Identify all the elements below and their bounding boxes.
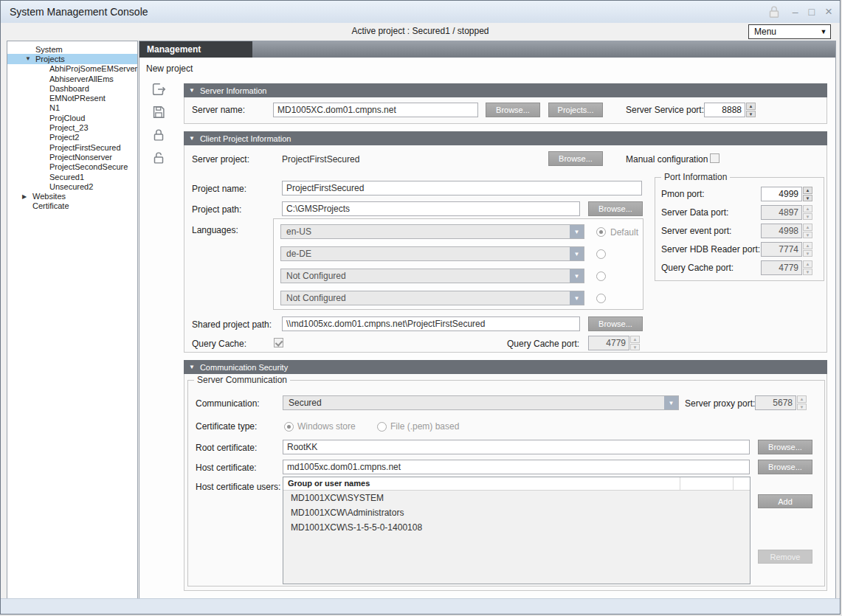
root-certificate-input[interactable] [283,440,750,454]
server-project-browse-button[interactable]: Browse... [548,151,603,166]
tree-item[interactable]: Project2 [7,133,137,142]
port-information-title: Port Information [661,172,730,182]
language-select-1[interactable]: en-US ▼ [280,224,584,239]
tree-item-websites[interactable]: ▶Websites [7,191,137,201]
tree-item[interactable]: ProjCloud [7,113,137,122]
tree-item-projects[interactable]: ▼Projects [7,54,137,63]
language-select-3[interactable]: Not Configured ▼ [280,269,584,283]
tree-item[interactable]: AbhiProjSomeEMServer [7,64,137,74]
language-default-radio-1[interactable] [596,227,606,237]
project-path-browse-button[interactable]: Browse... [588,201,643,216]
server-proxy-port-input[interactable] [755,395,796,410]
server-proxy-port-stepper[interactable]: ▲▼ [755,395,807,410]
lock-icon[interactable] [151,127,167,143]
windows-store-radio[interactable] [284,422,294,432]
spin-down-icon[interactable]: ▼ [803,195,812,202]
server-name-input[interactable] [273,103,478,117]
projects-button[interactable]: Projects... [548,103,603,117]
unlock-icon[interactable] [151,150,167,166]
maximize-button[interactable]: □ [809,7,815,17]
tree-item-certificate[interactable]: Certificate [7,201,137,211]
manual-configuration-checkbox[interactable] [710,153,720,163]
file-pem-radio[interactable] [377,422,387,432]
tree-item[interactable]: AbhiserverAllEms [7,74,137,83]
language-select-4[interactable]: Not Configured ▼ [280,291,584,305]
menu-label: Menu [749,27,817,37]
communication-security-header[interactable]: ▼ Communication Security [184,360,827,374]
tree-collapsed-icon[interactable]: ▶ [22,193,32,200]
tree-item[interactable]: Secured1 [7,172,137,181]
close-button[interactable]: × [825,7,832,17]
server-service-port-input[interactable] [704,103,745,117]
tree-item[interactable]: ProjectNonserver [7,152,137,162]
spin-up-icon: ▲ [630,336,640,343]
menu-dropdown[interactable]: Menu ▼ [748,24,831,39]
communication-select[interactable]: Secured ▼ [283,395,679,410]
pmon-port-input[interactable] [761,187,802,201]
tree-item-label: System [35,45,63,54]
tree-item[interactable]: Project_23 [7,122,137,132]
chevron-down-icon: ▼ [570,225,584,238]
vertical-toolbar [151,81,170,166]
open-project-button[interactable] [151,81,167,97]
list-item[interactable]: MD1001XCW\SYSTEM [283,491,750,505]
certificate-users-list[interactable]: Group or user names MD1001XCW\SYSTEM MD1… [283,477,750,584]
server-data-port-stepper: ▲▼ [761,205,812,220]
tab-management[interactable]: Management [139,41,252,58]
pmon-port-stepper[interactable]: ▲▼ [761,187,812,201]
spin-down-icon: ▼ [803,269,812,276]
project-path-input[interactable] [282,201,580,216]
server-data-port-input [761,205,802,220]
spin-up-icon[interactable]: ▲ [797,395,807,403]
list-item[interactable]: MD1001XCW\Administrators [283,505,750,520]
server-event-port-label: Server event port: [661,226,731,236]
server-information-header[interactable]: ▼ Server Information [184,83,827,97]
combo-value: en-US [281,226,570,237]
chevron-down-icon: ▼ [817,28,830,35]
spin-down-icon[interactable]: ▼ [797,404,807,411]
client-project-body: Server project: ProjectFirstSecured Brow… [184,145,827,353]
language-default-radio-4[interactable] [596,294,606,303]
tree-item[interactable]: Dashboard [7,83,137,93]
project-name-label: Project name: [192,184,246,194]
tree-item[interactable]: Unsecured2 [7,181,137,191]
host-certificate-input[interactable] [283,460,750,474]
tree-item[interactable]: EMNotPResent [7,93,137,103]
tree-item-system[interactable]: System [7,44,137,54]
language-select-2[interactable]: de-DE ▼ [280,246,584,261]
tree-item[interactable]: ProjectFirstSecured [7,142,137,152]
host-certificate-browse-button[interactable]: Browse... [758,460,812,474]
spin-up-icon[interactable]: ▲ [803,187,812,194]
tree-item[interactable]: ProjectSecondSecure [7,162,137,172]
project-name-input[interactable] [282,181,642,195]
server-proxy-port-label: Server proxy port: [685,398,755,409]
root-certificate-browse-button[interactable]: Browse... [758,440,812,454]
tree-item[interactable]: N1 [7,103,137,113]
server-service-port-stepper[interactable]: ▲▼ [704,103,756,117]
server-name-browse-button[interactable]: Browse... [486,103,540,117]
host-certificate-users-label: Host certificate users: [196,482,280,492]
spin-down-icon[interactable]: ▼ [746,111,756,118]
save-icon[interactable] [151,104,167,120]
language-default-radio-3[interactable] [596,271,606,281]
content-area: System ▼Projects AbhiProjSomeEMServer Ab… [7,41,836,600]
list-item[interactable]: MD1001XCW\S-1-5-5-0-1400108 [283,520,750,535]
query-cache-port-input [761,260,802,275]
spin-down-icon: ▼ [803,232,812,239]
spin-up-icon[interactable]: ▲ [746,103,756,110]
tree-expanded-icon[interactable]: ▼ [25,55,35,62]
languages-box: en-US ▼ Default de-DE ▼ [273,218,643,310]
project-path-label: Project path: [192,204,241,215]
shared-project-path-input[interactable] [282,316,580,331]
minimize-button[interactable]: – [793,7,798,17]
server-communication-title: Server Communication [194,375,290,385]
spin-up-icon: ▲ [803,260,812,268]
shared-path-browse-button[interactable]: Browse... [588,316,643,331]
spin-down-icon: ▼ [630,344,640,351]
add-user-button[interactable]: Add [758,494,812,508]
server-service-port-label: Server Service port: [626,105,704,115]
server-information-body: Server name: Browse... Projects... Serve… [184,97,827,124]
language-default-radio-2[interactable] [596,249,606,259]
client-project-header[interactable]: ▼ Client Project Information [184,131,827,145]
query-cache-label: Query Cache: [192,339,246,349]
